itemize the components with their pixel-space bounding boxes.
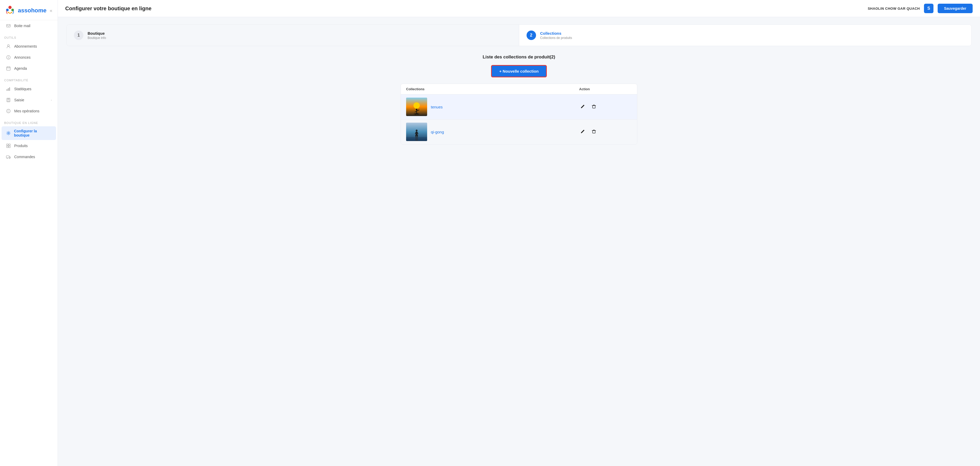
- sidebar-item-label: Configurer la boutique: [14, 129, 52, 137]
- svg-rect-27: [9, 144, 10, 145]
- section-label-boutique: BOUTIQUE EN LIGNE: [0, 116, 57, 126]
- save-button[interactable]: Sauvegarder: [938, 4, 973, 13]
- sidebar-item-statistiques[interactable]: Statitiques: [2, 84, 56, 94]
- sidebar-item-label: Agenda: [14, 66, 27, 70]
- step-number-2: 2: [527, 30, 536, 40]
- svg-point-4: [8, 45, 10, 46]
- sidebar-item-label: Commandes: [14, 155, 35, 159]
- calculator-icon: [6, 97, 11, 103]
- trash-icon: [591, 129, 597, 134]
- step-tab-collections[interactable]: 2 Collections Collections de produits: [519, 25, 972, 46]
- svg-rect-51: [406, 137, 427, 141]
- collections-table: Collections Action: [401, 84, 637, 144]
- edit-button-tenues[interactable]: [579, 103, 587, 111]
- section-label-outils: OUTILS: [0, 31, 57, 41]
- edit-button-qigong[interactable]: [579, 128, 587, 136]
- sidebar-item-mes-operations[interactable]: C Mes opérations: [2, 106, 56, 116]
- truck-icon: [6, 154, 11, 160]
- svg-point-34: [414, 102, 420, 109]
- svg-rect-42: [593, 105, 595, 108]
- table-row: qi-gong: [401, 120, 637, 144]
- step-title-collections: Collections: [540, 31, 572, 35]
- svg-point-31: [7, 158, 8, 159]
- svg-rect-16: [7, 99, 10, 99]
- mail-icon: [6, 23, 11, 29]
- sidebar-item-boite-mail[interactable]: Boite mail: [2, 21, 56, 31]
- step-info-collections: Collections Collections de produits: [540, 31, 572, 40]
- svg-point-45: [416, 130, 418, 132]
- alert-icon: [6, 55, 11, 60]
- list-header: Liste des collections de produit(2): [66, 54, 972, 60]
- action-cell-tenues: [579, 103, 632, 111]
- section-label-comptabilite: COMPTABILITÉ: [0, 74, 57, 83]
- svg-rect-8: [6, 67, 10, 70]
- bar-chart-icon: [6, 86, 11, 92]
- delete-button-qigong[interactable]: [590, 128, 598, 136]
- step-info-boutique: Boutique Boutique info: [88, 31, 106, 40]
- sidebar-item-produits[interactable]: Produits: [2, 140, 56, 151]
- svg-rect-52: [593, 131, 595, 133]
- collection-cell-tenues: tenues: [406, 97, 579, 116]
- svg-rect-14: [9, 87, 10, 91]
- step-tab-boutique[interactable]: 1 Boutique Boutique info: [67, 25, 519, 46]
- step-subtitle-boutique: Boutique info: [88, 36, 106, 40]
- sidebar-item-abonnements[interactable]: Abonnements: [2, 41, 56, 51]
- svg-point-19: [9, 100, 10, 101]
- table-row: tenues: [401, 94, 637, 120]
- collections-section: Liste des collections de produit(2) + No…: [66, 54, 972, 144]
- grid-icon: [6, 143, 11, 148]
- svg-point-36: [416, 109, 417, 110]
- delete-button-tenues[interactable]: [590, 103, 598, 111]
- user-name: SHAOLIN CHOW GAR QUACH: [868, 6, 920, 11]
- svg-rect-12: [6, 89, 7, 91]
- svg-rect-30: [6, 156, 9, 158]
- c-circle-icon: C: [6, 109, 11, 114]
- svg-text:C: C: [8, 110, 10, 113]
- svg-point-17: [7, 100, 8, 101]
- logo-icon: [4, 5, 16, 16]
- trash-icon: [591, 104, 597, 109]
- tenues-image-svg: [406, 97, 427, 116]
- sidebar-item-label: Produits: [14, 144, 28, 148]
- collection-cell-qigong: qi-gong: [406, 123, 579, 141]
- person-icon: [6, 44, 11, 49]
- svg-point-18: [8, 100, 9, 101]
- collection-name-qigong: qi-gong: [431, 130, 444, 134]
- sidebar-item-label: Statitiques: [14, 87, 31, 91]
- collection-name-tenues: tenues: [431, 105, 443, 109]
- svg-rect-29: [9, 146, 10, 148]
- step-tabs: 1 Boutique Boutique info 2 Collections C…: [66, 24, 972, 46]
- sidebar-item-configurer-boutique[interactable]: Configurer la boutique: [2, 126, 56, 140]
- sidebar-item-annonces[interactable]: Annonces: [2, 52, 56, 62]
- svg-point-0: [8, 6, 11, 9]
- sidebar-collapse-button[interactable]: «: [49, 7, 53, 14]
- sidebar-item-label: Boite mail: [14, 24, 30, 28]
- avatar: S: [924, 4, 934, 13]
- sidebar-item-label: Annonces: [14, 55, 30, 59]
- svg-point-7: [8, 58, 9, 59]
- sidebar-item-label: Saisie: [14, 98, 24, 102]
- gear-icon: [6, 131, 11, 136]
- action-cell-qigong: [579, 128, 632, 136]
- step-number-1: 1: [74, 30, 83, 40]
- step-title-boutique: Boutique: [88, 31, 106, 35]
- svg-point-32: [9, 158, 10, 159]
- svg-point-22: [9, 101, 10, 102]
- edit-icon: [580, 129, 585, 134]
- qigong-image-svg: [406, 123, 427, 141]
- sidebar: assohome « Boite mail OUTILS Abonnements…: [0, 0, 58, 466]
- collection-image-qigong: [406, 123, 427, 141]
- new-collection-btn-wrap: + Nouvelle collection: [66, 65, 972, 77]
- svg-point-20: [7, 101, 8, 102]
- step-subtitle-collections: Collections de produits: [540, 36, 572, 40]
- main-content: Configurer votre boutique en ligne SHAOL…: [58, 0, 980, 466]
- sidebar-item-commandes[interactable]: Commandes: [2, 152, 56, 162]
- sidebar-item-saisie[interactable]: Saisie ›: [2, 95, 56, 105]
- svg-rect-3: [6, 24, 10, 27]
- sidebar-item-label: Abonnements: [14, 44, 37, 48]
- sidebar-item-label: Mes opérations: [14, 109, 40, 113]
- sidebar-item-agenda[interactable]: Agenda: [2, 63, 56, 74]
- new-collection-button[interactable]: + Nouvelle collection: [491, 65, 547, 77]
- logo-text: assohome: [18, 7, 46, 14]
- page-title: Configurer votre boutique en ligne: [65, 6, 151, 11]
